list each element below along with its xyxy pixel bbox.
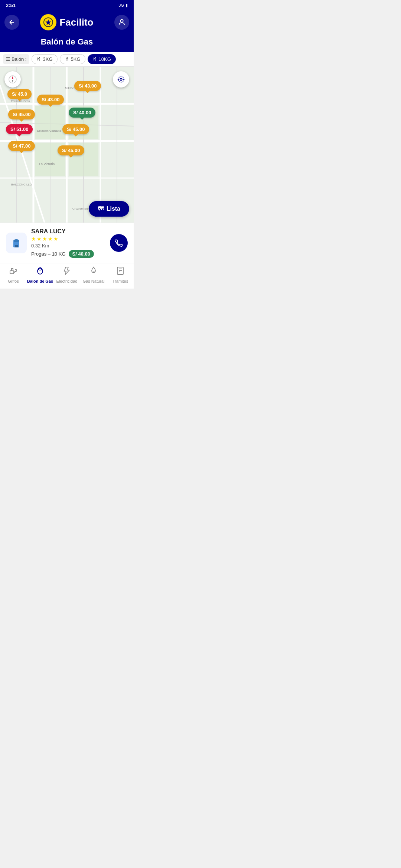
- grifos-icon: [9, 266, 18, 277]
- star-5: ★: [53, 236, 58, 242]
- electricidad-icon: [62, 266, 71, 277]
- store-stars: ★ ★ ★ ★ ★: [31, 236, 105, 242]
- battery-icon: ▮: [125, 3, 128, 8]
- store-info: SARA LUCY ★ ★ ★ ★ ★ 0.32 Km Progas – 10 …: [31, 228, 105, 258]
- filter-chip-3kg[interactable]: 🛢 3KG: [32, 54, 57, 64]
- price-bubble-3[interactable]: S/ 43.00: [37, 95, 64, 105]
- store-call-button[interactable]: [110, 234, 128, 252]
- price-bubble-8[interactable]: S/ 47.00: [8, 141, 35, 151]
- svg-rect-16: [35, 106, 65, 139]
- svg-marker-28: [12, 79, 13, 83]
- store-card: SARA LUCY ★ ★ ★ ★ ★ 0.32 Km Progas – 10 …: [0, 223, 134, 263]
- star-3: ★: [42, 236, 47, 242]
- filter-chip-10kg[interactable]: 🛢 10KG: [88, 54, 116, 64]
- star-4: ★: [48, 236, 53, 242]
- signal-icon: 3G: [118, 3, 124, 7]
- price-bubble-7[interactable]: S/ 45.00: [62, 124, 89, 134]
- star-1: ★: [31, 236, 36, 242]
- tramites-icon: [116, 266, 125, 277]
- price-bubble-2[interactable]: S/ 45.0: [7, 89, 32, 99]
- svg-point-30: [118, 77, 124, 82]
- price-bubble-4[interactable]: S/ 45.00: [8, 109, 35, 119]
- store-product: Progas – 10 KG S/ 40.00: [31, 250, 105, 258]
- store-icon: [6, 233, 27, 253]
- lista-button[interactable]: 🗺 Lista: [89, 201, 129, 217]
- nav-item-gas-natural[interactable]: Gas Natural: [80, 266, 107, 283]
- location-button[interactable]: [113, 71, 129, 88]
- page-title: Balón de Gas: [0, 37, 134, 47]
- filter-5kg-icon: 🛢: [65, 56, 69, 62]
- svg-text:BALCONC LLO: BALCONC LLO: [11, 183, 32, 186]
- svg-point-29: [120, 78, 122, 80]
- header-logo: Facilito: [40, 14, 93, 30]
- nav-item-balon-de-gas[interactable]: Balón de Gas: [27, 266, 53, 283]
- map-container[interactable]: La Victoria BALCONC LLO Mill Deseos Esta…: [0, 67, 134, 223]
- svg-rect-33: [15, 245, 18, 247]
- svg-point-32: [13, 239, 19, 242]
- store-distance: 0.32 Km: [31, 243, 105, 249]
- filter-menu-icon: ☰: [6, 56, 10, 62]
- svg-rect-34: [10, 271, 14, 274]
- filter-menu-button[interactable]: ☰ Balón :: [3, 54, 29, 64]
- svg-text:Estación Gamarra: Estación Gamarra: [37, 129, 61, 132]
- nav-item-tramites[interactable]: Trámites: [107, 266, 134, 283]
- store-name: SARA LUCY: [31, 228, 105, 235]
- balon-gas-icon: [36, 266, 45, 277]
- svg-point-1: [120, 20, 123, 22]
- bottom-nav: Grifos Balón de Gas Electricidad Gas Nat…: [0, 263, 134, 289]
- filter-3kg-icon: 🛢: [36, 56, 41, 62]
- balon-gas-label: Balón de Gas: [27, 279, 53, 283]
- status-time: 2:51: [6, 3, 16, 8]
- price-bubble-9[interactable]: S/ 45.00: [58, 145, 84, 155]
- filter-bar: ☰ Balón : 🛢 3KG 🛢 5KG 🛢 10KG: [0, 52, 134, 67]
- price-bubble-5[interactable]: S/ 40.00: [69, 108, 95, 118]
- header: Facilito: [0, 10, 134, 34]
- status-icons: 3G ▮: [118, 3, 128, 8]
- page-title-bar: Balón de Gas: [0, 34, 134, 52]
- filter-5kg-label: 5KG: [71, 56, 81, 62]
- compass-button[interactable]: [4, 71, 21, 88]
- filter-10kg-icon: 🛢: [92, 56, 97, 62]
- gas-natural-icon: [89, 266, 98, 277]
- gas-natural-label: Gas Natural: [83, 279, 105, 283]
- filter-10kg-label: 10KG: [99, 56, 111, 62]
- electricidad-label: Electricidad: [56, 279, 78, 283]
- store-product-name: Progas – 10 KG: [31, 251, 66, 257]
- store-price-badge: S/ 40.00: [69, 250, 94, 258]
- tramites-label: Trámites: [113, 279, 128, 283]
- logo-text: Facilito: [59, 17, 93, 28]
- svg-marker-27: [12, 76, 13, 79]
- lista-label: Lista: [107, 206, 120, 212]
- status-bar: 2:51 3G ▮: [0, 0, 134, 10]
- filter-chip-5kg[interactable]: 🛢 5KG: [60, 54, 85, 64]
- nav-item-grifos[interactable]: Grifos: [0, 266, 27, 283]
- profile-button[interactable]: [114, 15, 129, 30]
- price-bubble-1[interactable]: S/ 43.00: [74, 81, 101, 91]
- svg-rect-39: [117, 267, 123, 274]
- filter-3kg-label: 3KG: [43, 56, 52, 62]
- filter-menu-label: Balón :: [12, 56, 26, 62]
- svg-text:Cruz del Sur: Cruz del Sur: [72, 207, 89, 210]
- lista-icon: 🗺: [98, 206, 104, 212]
- svg-text:La Victoria: La Victoria: [39, 162, 55, 166]
- logo-icon: [40, 14, 56, 30]
- price-bubble-6[interactable]: S/ 51.00: [6, 124, 33, 134]
- star-2: ★: [37, 236, 42, 242]
- back-button[interactable]: [4, 15, 19, 30]
- grifos-label: Grifos: [8, 279, 19, 283]
- nav-item-electricidad[interactable]: Electricidad: [53, 266, 80, 283]
